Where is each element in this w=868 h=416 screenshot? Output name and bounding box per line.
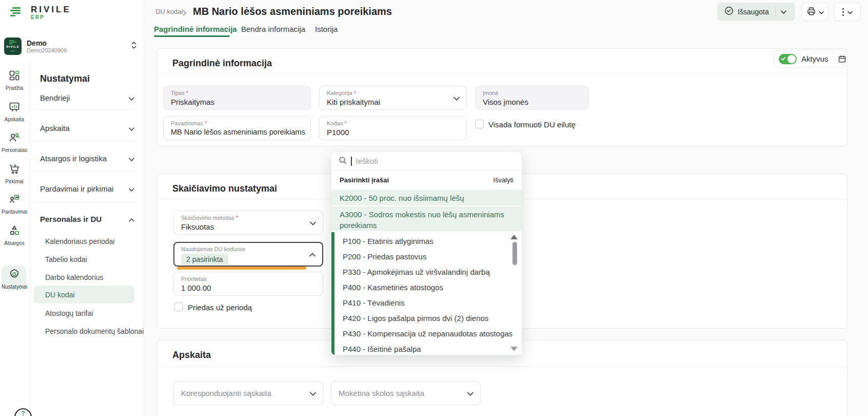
chevron-down-icon — [819, 7, 824, 16]
tab-bendra-informacija[interactable]: Bendra informacija — [241, 25, 305, 33]
sidebar-item-tabelio-kodai[interactable]: Tabelio kodai — [45, 255, 87, 263]
field-pavadinimas[interactable]: Pavadinimas * MB Nario lėšos asmeniniams… — [163, 116, 311, 140]
company-selector[interactable]: RIVILE ERP Demo Demo20240906 — [4, 36, 140, 56]
option-p430[interactable]: P430 - Kompensacija už nepanaudotas atos… — [343, 326, 506, 342]
selected-option-k2000[interactable]: K2000 - 50 proc. nuo išsiimamų lėšų — [331, 190, 522, 205]
app-window: RIVILE ERP RIVILE ERP Demo Demo20240906 … — [0, 0, 868, 416]
dashboard-icon — [8, 74, 21, 83]
checkbox-visada-formuoti[interactable] — [475, 120, 484, 128]
option-p330[interactable]: P330 - Apmokėjimas už viršvalandinį darb… — [343, 264, 506, 280]
field-naudojamas-du-koduose[interactable]: Naudojamas DU koduose 2 pasirinkta — [173, 242, 323, 267]
menu-group-apskaita[interactable]: Apskaita — [40, 122, 134, 134]
selected-records-label: Pasirinkti įrašai — [340, 176, 389, 184]
chevron-down-icon — [847, 7, 853, 16]
rail-item-pradzia[interactable]: Pradžia — [0, 69, 29, 91]
dropdown-options-list: P100 - Etatinis atlyginimas P200 - Pried… — [331, 232, 522, 355]
checkbox-visada-formuoti-label: Visada formuoti DU eilutę — [488, 120, 576, 129]
brand-tagline: ERP — [31, 14, 71, 21]
breadcrumb[interactable]: DU kodai — [155, 8, 183, 15]
option-p420[interactable]: P420 - Ligos pašalpa pirmos dvi (2) dien… — [343, 311, 506, 326]
field-skaiciavimo-metodas[interactable]: Skaičiavimo metodas * Fiksuotas — [173, 211, 323, 235]
chevron-down-icon — [129, 93, 134, 102]
chevron-down-icon — [129, 184, 134, 193]
option-p410[interactable]: P410 - Tėvadienis — [343, 295, 506, 311]
settings-menu-title: Nustatymai — [40, 73, 90, 84]
tab-istorija[interactable]: Istorija — [315, 25, 338, 33]
menu-group-pardavimai-pirkimai[interactable]: Pardavimai ir pirkimai — [40, 182, 134, 195]
option-p200[interactable]: P200 - Priedas pastovus — [343, 249, 506, 264]
company-id: Demo20240906 — [27, 47, 67, 54]
cart-icon — [8, 168, 21, 177]
field-moketina-skolos-saskaita[interactable]: Mokėtina skolos sąskaita — [331, 381, 481, 405]
dropdown-selected-header: Pasirinkti įrašai Išvalyti — [331, 171, 522, 190]
menu-hamburger-icon[interactable] — [9, 5, 24, 22]
calendar-icon[interactable] — [838, 54, 846, 63]
rail-item-pardavimai[interactable]: Pardavimai — [0, 193, 29, 215]
sidebar-item-kalendoriaus-periodai[interactable]: Kalendoriaus periodai — [45, 237, 114, 245]
search-icon — [339, 156, 347, 166]
checkbox-priedas-uz-perioda[interactable] — [174, 302, 183, 311]
company-switch-icon[interactable] — [131, 41, 137, 51]
chevron-down-icon — [129, 154, 134, 163]
chevron-up-icon — [129, 215, 134, 223]
option-p100[interactable]: P100 - Etatinis atlyginimas — [343, 234, 506, 249]
field-imone: Įmonė Visos įmonės — [475, 86, 589, 110]
field-prioritetas[interactable]: Prioritetas 1 000.00 — [173, 272, 323, 296]
sidebar-item-darbo-kalendorius[interactable]: Darbo kalendorius — [45, 273, 104, 281]
active-toggle[interactable] — [779, 54, 797, 64]
field-kategorija[interactable]: Kategorija * Kiti priskaitymai — [319, 86, 467, 110]
active-toggle-group: Aktyvus — [774, 50, 846, 68]
kebab-icon — [842, 8, 844, 16]
card-calculation-title: Skaičiavimo nustatymai — [172, 183, 277, 194]
field-tipas: Tipas * Priskaitymas — [163, 86, 311, 110]
page-title: MB Nario lėšos asmeniniams poreikiams — [193, 6, 392, 17]
menu-group-atsargos-logistika[interactable]: Atsargos ir logistika — [40, 152, 134, 164]
breadcrumb-chevron-icon — [183, 9, 187, 18]
selected-count-chip: 2 pasirinkta — [181, 254, 228, 265]
selected-option-a3000[interactable]: A3000 - Sodros mokestis nuo lėšų asmenin… — [331, 206, 522, 231]
shapes-icon — [8, 230, 21, 238]
sidebar-item-atostogu-tarifai[interactable]: Atostogų tarifai — [45, 309, 93, 317]
sidebar-item-du-kodai[interactable]: DU kodai — [45, 291, 75, 299]
save-options-chevron[interactable] — [776, 10, 792, 14]
menu-group-bendrieji[interactable]: Bendrieji — [40, 91, 134, 104]
scroll-up-arrow[interactable] — [510, 235, 518, 239]
company-avatar: RIVILE ERP — [4, 37, 22, 55]
check-circle-icon — [724, 6, 734, 17]
help-icon[interactable]: ? — [14, 408, 32, 416]
save-button-label: Išsaugota — [738, 8, 769, 16]
rail-item-personalas[interactable]: Personalas — [0, 131, 29, 153]
rail-divider — [30, 62, 30, 416]
rail-item-nustatymai[interactable]: Nustatymai — [0, 268, 29, 290]
save-button[interactable]: Išsaugota — [717, 3, 795, 21]
rail-item-apskaita[interactable]: Apskaita — [0, 101, 29, 122]
logo: RIVILE ERP — [9, 5, 71, 22]
rail-item-pirkimai[interactable]: Pirkimai — [0, 163, 29, 184]
active-tab-underline — [154, 35, 230, 37]
people-icon — [8, 137, 21, 145]
scroll-down-arrow[interactable] — [510, 347, 518, 351]
rail-item-atsargos[interactable]: Atsargos — [0, 224, 29, 246]
dropdown-search-input[interactable] — [356, 157, 515, 165]
more-actions-button[interactable] — [834, 3, 861, 21]
card-accounting-title: Apskaita — [172, 350, 211, 361]
loading-bar — [177, 267, 306, 270]
menu-group-personalas-du[interactable]: Personalas ir DU — [40, 213, 134, 225]
option-p440[interactable]: P440 - Išeitinė pašalpa — [343, 342, 506, 355]
tab-pagrindine-informacija[interactable]: Pagrindinė informacija — [154, 25, 237, 33]
brand-name: RIVILE — [31, 5, 71, 14]
text-cursor — [351, 157, 352, 166]
print-button[interactable] — [801, 3, 828, 21]
printer-icon — [806, 6, 816, 18]
clear-selection-button[interactable]: Išvalyti — [493, 176, 514, 184]
chevron-down-icon — [310, 389, 316, 398]
sidebar-item-personalo-dokumentu-sablonai[interactable]: Personalo dokumentų šablonai — [45, 327, 144, 335]
chevron-down-icon — [453, 93, 460, 103]
field-kodas[interactable]: Kodas * P1000 — [319, 116, 467, 140]
option-p400[interactable]: P400 - Kasmetinės atostogos — [343, 280, 506, 295]
field-koresponduojanti-saskaita[interactable]: Koresponduojanti sąskaita — [173, 381, 323, 405]
chevron-down-icon — [310, 218, 316, 228]
chart-board-icon — [8, 106, 21, 115]
chevron-down-icon — [129, 124, 134, 133]
scrollbar-thumb[interactable] — [512, 242, 517, 265]
